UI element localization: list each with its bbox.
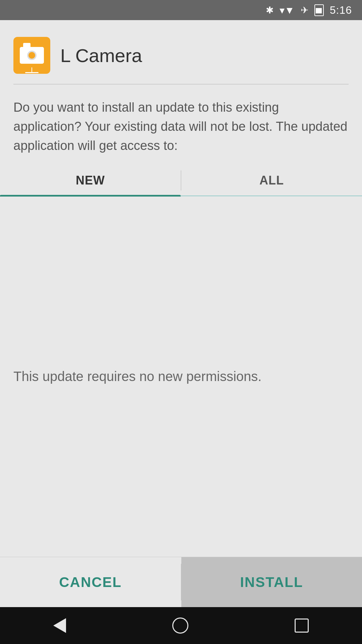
nav-bar: [0, 607, 362, 644]
status-time: 5:16: [330, 4, 352, 16]
back-button[interactable]: [53, 618, 66, 633]
app-icon: [13, 37, 50, 74]
main-content: L Camera Do you want to install an updat…: [0, 20, 362, 607]
no-permissions-text: This update requires no new permissions.: [13, 366, 261, 386]
battery-icon: [314, 4, 324, 16]
install-description: Do you want to install an update to this…: [0, 85, 362, 165]
permissions-area: This update requires no new permissions.: [0, 196, 362, 557]
wifi-icon: ▾▼: [280, 4, 295, 16]
tab-new[interactable]: NEW: [0, 165, 181, 196]
camera-tripod-icon: [25, 67, 39, 73]
camera-lens-icon: [27, 51, 37, 60]
status-icons: ✱ ▾▼ ✈ 5:16: [266, 4, 352, 16]
app-name: L Camera: [60, 45, 142, 66]
action-buttons: CANCEL INSTALL: [0, 557, 362, 607]
status-bar: ✱ ▾▼ ✈ 5:16: [0, 0, 362, 20]
app-header: L Camera: [0, 20, 362, 84]
bluetooth-icon: ✱: [266, 5, 274, 16]
camera-body-icon: [20, 47, 44, 64]
permissions-tabs: NEW ALL: [0, 165, 362, 196]
install-button[interactable]: INSTALL: [181, 557, 362, 607]
cancel-button[interactable]: CANCEL: [0, 557, 181, 607]
recents-button[interactable]: [295, 619, 309, 633]
tab-all[interactable]: ALL: [181, 165, 362, 196]
airplane-icon: ✈: [301, 5, 308, 16]
home-button[interactable]: [172, 618, 188, 634]
